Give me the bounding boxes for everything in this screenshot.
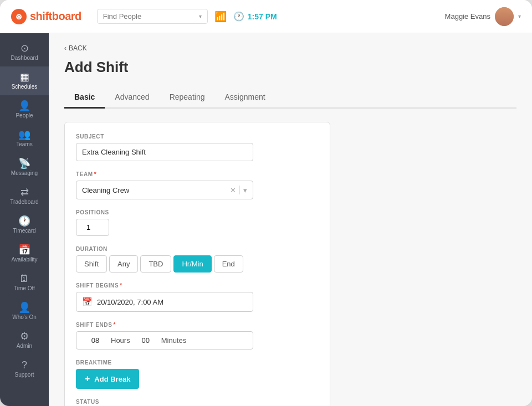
search-bar[interactable]: ▾ (97, 9, 208, 24)
shift-begins-section: SHIFT BEGINS* 📅 20/10/2020, 7:00 AM (76, 282, 319, 312)
tab-advanced[interactable]: Advanced (105, 87, 159, 109)
sidebar-item-schedules[interactable]: ▦ Schedules (0, 66, 49, 95)
duration-label: DURATION (76, 246, 319, 252)
content-area: ‹ BACK Add Shift Basic Advanced Repeatin… (49, 33, 532, 406)
shift-ends-hours-input[interactable] (84, 336, 106, 345)
shift-begins-value: 20/10/2020, 7:00 AM (97, 298, 163, 306)
team-required-marker: * (94, 171, 97, 177)
tab-bar: Basic Advanced Repeating Assignment (64, 87, 516, 109)
duration-any-button[interactable]: Any (109, 255, 138, 273)
sidebar-item-label: Teams (16, 141, 32, 147)
sidebar-item-availability[interactable]: 📅 Availability (0, 239, 49, 268)
whos-on-icon: 👤 (18, 302, 30, 312)
tab-assignment[interactable]: Assignment (214, 87, 275, 109)
back-label: BACK (69, 44, 87, 52)
signal-icon: 📶 (214, 11, 227, 23)
user-menu-chevron-icon[interactable]: ▾ (518, 13, 521, 19)
tab-repeating[interactable]: Repeating (160, 87, 215, 109)
duration-end-button[interactable]: End (214, 255, 243, 273)
shift-begins-required-marker: * (120, 282, 122, 289)
duration-hrmin-button[interactable]: Hr/Min (173, 255, 211, 273)
sidebar-item-label: People (16, 112, 33, 119)
team-value: Cleaning Crew (82, 186, 230, 194)
shift-ends-row: Hours Minutes (76, 331, 253, 350)
shift-ends-section: SHIFT ENDS* Hours Minutes (76, 322, 319, 350)
tradeboard-icon: ⇄ (21, 187, 29, 197)
add-break-button[interactable]: + Add Break (76, 369, 139, 389)
sidebar: ⊙ Dashboard ▦ Schedules 👤 People 👥 Teams… (0, 33, 49, 406)
team-select-actions: ✕ ▾ (230, 186, 247, 194)
support-icon: ? (22, 360, 27, 370)
team-section: TEAM* Cleaning Crew ✕ ▾ (76, 171, 319, 199)
sidebar-item-support[interactable]: ? Support (0, 354, 49, 383)
sidebar-item-label: Who's On (12, 314, 37, 320)
timecard-icon: 🕐 (18, 216, 30, 226)
sidebar-item-messaging[interactable]: 📡 Messaging (0, 153, 49, 182)
shift-ends-minutes-input[interactable] (135, 336, 157, 345)
subject-input[interactable] (76, 143, 253, 161)
sidebar-item-tradeboard[interactable]: ⇄ Tradeboard (0, 182, 49, 210)
user-name: Maggie Evans (445, 12, 490, 20)
shift-ends-hours-label: Hours (111, 336, 130, 345)
team-select[interactable]: Cleaning Crew ✕ ▾ (76, 181, 253, 199)
time-display: 🕐 1:57 PM (233, 11, 277, 22)
search-chevron-icon: ▾ (199, 13, 202, 19)
teams-icon: 👥 (18, 130, 30, 140)
sidebar-item-label: Tradeboard (10, 199, 38, 205)
shift-ends-minutes-label: Minutes (161, 336, 187, 345)
duration-tbd-button[interactable]: TBD (140, 255, 171, 273)
team-clear-icon[interactable]: ✕ (230, 186, 236, 194)
logo-text: shiftboard (30, 10, 81, 23)
people-icon: 👤 (18, 101, 30, 111)
breaktime-label: BREAKTIME (76, 359, 319, 366)
avatar[interactable] (495, 7, 514, 26)
current-time: 1:57 PM (248, 12, 277, 21)
status-label: STATUS (76, 399, 319, 405)
availability-icon: 📅 (18, 245, 30, 255)
sidebar-item-whos-on[interactable]: 👤 Who's On (0, 297, 49, 326)
back-link[interactable]: ‹ BACK (64, 44, 516, 52)
schedules-icon: ▦ (20, 72, 29, 82)
user-area: Maggie Evans ▾ (445, 7, 521, 26)
team-chevron-icon[interactable]: ▾ (243, 186, 247, 194)
messaging-icon: 📡 (18, 158, 30, 168)
positions-input[interactable] (76, 219, 109, 236)
shift-begins-input[interactable]: 📅 20/10/2020, 7:00 AM (76, 292, 253, 312)
sidebar-item-label: Time Off (14, 285, 35, 291)
divider (239, 186, 240, 194)
positions-label: POSITIONS (76, 209, 319, 215)
avatar-face (495, 7, 514, 26)
sidebar-item-dashboard[interactable]: ⊙ Dashboard (0, 38, 49, 66)
sidebar-item-label: Messaging (11, 170, 38, 176)
sidebar-item-label: Schedules (12, 84, 38, 90)
duration-section: DURATION Shift Any TBD Hr/Min End (76, 246, 319, 273)
sidebar-item-time-off[interactable]: 🗓 Time Off (0, 268, 49, 297)
subject-label: SUBJECT (76, 133, 319, 140)
calendar-icon: 📅 (82, 297, 93, 307)
search-input[interactable] (103, 12, 195, 20)
sidebar-item-teams[interactable]: 👥 Teams (0, 124, 49, 153)
topnav: ⊛ shiftboard ▾ 📶 🕐 1:57 PM Maggie Evans … (0, 0, 532, 33)
sidebar-item-people[interactable]: 👤 People (0, 95, 49, 124)
shift-ends-label: SHIFT ENDS* (76, 322, 319, 328)
duration-shift-button[interactable]: Shift (76, 255, 107, 273)
shift-begins-label: SHIFT BEGINS* (76, 282, 319, 289)
sidebar-item-admin[interactable]: ⚙ Admin (0, 326, 49, 354)
form-card: SUBJECT TEAM* Cleaning Crew ✕ ▾ (64, 122, 330, 406)
sidebar-item-label: Availability (11, 256, 37, 263)
positions-section: POSITIONS (76, 209, 319, 236)
back-chevron-icon: ‹ (64, 44, 66, 52)
clock-icon: 🕐 (233, 11, 244, 22)
dashboard-icon: ⊙ (21, 43, 29, 53)
page-title: Add Shift (64, 59, 516, 76)
logo: ⊛ shiftboard (11, 9, 81, 24)
sidebar-item-timecard[interactable]: 🕐 Timecard (0, 210, 49, 239)
breaktime-section: BREAKTIME + Add Break (76, 359, 319, 389)
subject-section: SUBJECT (76, 133, 319, 161)
tab-basic[interactable]: Basic (64, 87, 105, 109)
sidebar-item-label: Admin (17, 343, 32, 349)
plus-icon: + (85, 374, 90, 384)
sidebar-item-label: Timecard (13, 228, 35, 234)
team-label: TEAM* (76, 171, 319, 177)
time-off-icon: 🗓 (19, 274, 29, 284)
